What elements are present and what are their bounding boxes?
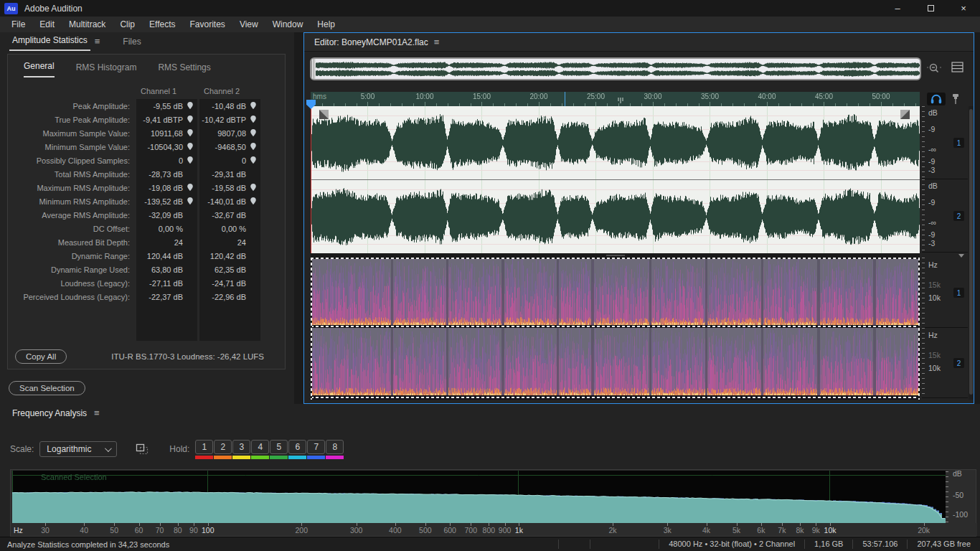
- close-button[interactable]: ×: [947, 0, 980, 17]
- zoom-navigate-icon[interactable]: [927, 62, 941, 75]
- subtab-general[interactable]: General: [24, 61, 55, 77]
- hold-button-1[interactable]: 1: [195, 440, 213, 459]
- subtab-rms-histogram[interactable]: RMS Histogram: [76, 62, 137, 77]
- menu-window[interactable]: Window: [265, 19, 311, 29]
- scale-label: 10k: [928, 364, 941, 372]
- timeline-ruler[interactable]: hms 5:0010:0015:0020:0025:0030:0035:0040…: [311, 92, 920, 106]
- scale-label: -∞: [928, 145, 936, 154]
- stat-value-text: 0: [179, 156, 183, 165]
- overview-left-handle[interactable]: [311, 59, 316, 79]
- tab-files[interactable]: Files: [120, 37, 143, 51]
- stat-value-text: 9807,08: [217, 129, 246, 138]
- copy-all-button[interactable]: Copy All: [15, 349, 67, 364]
- menu-favorites[interactable]: Favorites: [183, 19, 232, 29]
- overview-waveform-canvas[interactable]: [313, 60, 920, 80]
- tab-amplitude-statistics[interactable]: Amplitude Statistics: [9, 35, 90, 51]
- playhead-line: [311, 106, 311, 253]
- maximize-button[interactable]: [914, 0, 947, 17]
- hold-button-4[interactable]: 4: [251, 440, 269, 459]
- waveform-display[interactable]: [311, 106, 920, 253]
- stat-value-text: -28,73 dB: [149, 170, 183, 179]
- menu-effects[interactable]: Effects: [142, 19, 182, 29]
- tab-frequency-analysis[interactable]: Frequency Analysis: [9, 408, 90, 423]
- spectrogram-canvas-ch2[interactable]: [311, 328, 920, 395]
- minimize-button[interactable]: –: [881, 0, 914, 17]
- locate-pin-icon[interactable]: [250, 156, 256, 164]
- hold-button-2[interactable]: 2: [214, 440, 232, 459]
- status-duration: 53:57.106: [852, 540, 907, 549]
- waveform-overview-strip[interactable]: [310, 57, 921, 80]
- channel-list-icon[interactable]: [951, 62, 964, 73]
- hold-button-face[interactable]: 8: [326, 440, 344, 454]
- hold-button-3[interactable]: 3: [232, 440, 250, 459]
- stat-value-ch1: -27,11 dB: [136, 276, 197, 290]
- hold-button-6[interactable]: 6: [288, 440, 306, 459]
- locate-pin-icon[interactable]: [187, 129, 193, 136]
- frequency-plot-canvas[interactable]: [12, 471, 946, 524]
- scale-select[interactable]: Logarithmic: [39, 441, 117, 457]
- channel-badge[interactable]: 2: [953, 358, 964, 368]
- channel-badge[interactable]: 2: [953, 211, 964, 221]
- locate-pin-icon[interactable]: [187, 184, 193, 191]
- spectrogram-canvas-ch1[interactable]: [311, 259, 920, 325]
- spectral-display[interactable]: [311, 258, 920, 400]
- hold-button-7[interactable]: 7: [307, 440, 325, 459]
- monitor-headphones-icon[interactable]: [927, 93, 946, 105]
- subtab-rms-settings[interactable]: RMS Settings: [158, 62, 210, 77]
- copy-graph-icon[interactable]: [136, 443, 149, 456]
- x-axis-label: 2k: [608, 526, 616, 534]
- hold-button-face[interactable]: 5: [270, 440, 288, 454]
- table-filler-row: [14, 303, 285, 341]
- hold-button-5[interactable]: 5: [270, 440, 288, 459]
- locate-pin-icon[interactable]: [187, 156, 193, 164]
- stat-value-text: -10,42 dBTP: [202, 116, 246, 124]
- selection-handle-right[interactable]: [900, 110, 910, 119]
- locate-pin-icon[interactable]: [250, 116, 256, 123]
- menu-view[interactable]: View: [232, 19, 265, 29]
- locate-pin-icon[interactable]: [250, 129, 256, 136]
- menu-edit[interactable]: Edit: [32, 19, 62, 29]
- x-axis-label: 20k: [918, 526, 930, 534]
- menu-clip[interactable]: Clip: [113, 19, 142, 29]
- locate-pin-icon[interactable]: [250, 197, 256, 204]
- hold-button-8[interactable]: 8: [326, 440, 344, 459]
- menu-file[interactable]: File: [4, 19, 32, 29]
- hold-button-face[interactable]: 1: [195, 440, 213, 454]
- frequency-scale: Hz15k10k1Hz15k10k2: [922, 258, 968, 400]
- locate-pin-icon[interactable]: [250, 184, 256, 191]
- hold-button-face[interactable]: 7: [307, 440, 325, 454]
- hold-button-face[interactable]: 4: [251, 440, 269, 454]
- x-axis-label: 90: [189, 526, 198, 534]
- stat-value-text: 10911,68: [151, 129, 183, 138]
- stat-label: Loudness (Legacy):: [14, 279, 134, 288]
- locate-pin-icon[interactable]: [187, 116, 193, 123]
- scrollbar-thumb[interactable]: [969, 109, 973, 395]
- locate-pin-icon[interactable]: [187, 102, 193, 109]
- stat-value-text: 24: [174, 238, 183, 247]
- maximize-icon: [928, 5, 934, 11]
- menu-multitrack[interactable]: Multitrack: [62, 19, 113, 29]
- channel-badge[interactable]: 1: [953, 138, 964, 148]
- x-axis-label: 400: [389, 526, 402, 534]
- editor-vertical-scrollbar[interactable]: [969, 106, 974, 400]
- locate-pin-icon[interactable]: [187, 197, 193, 204]
- app-window: Au Adobe Audition – × FileEditMultitrack…: [0, 0, 980, 551]
- channel-badge[interactable]: 1: [953, 288, 964, 298]
- locate-pin-icon[interactable]: [250, 102, 256, 109]
- x-axis-label: 300: [350, 526, 363, 534]
- editor-panel-menu-icon[interactable]: ≡: [428, 37, 446, 47]
- panel-menu-icon[interactable]: ≡: [90, 36, 108, 51]
- frequency-panel-menu-icon[interactable]: ≡: [90, 408, 107, 423]
- hold-button-face[interactable]: 3: [232, 440, 250, 454]
- locate-pin-icon[interactable]: [250, 143, 256, 150]
- editor-tab[interactable]: Editor: BoneyMCMP01A2.flac: [314, 37, 428, 47]
- hold-button-face[interactable]: 2: [214, 440, 232, 454]
- hold-button-face[interactable]: 6: [288, 440, 306, 454]
- scan-selection-button[interactable]: Scan Selection: [9, 381, 85, 395]
- pin-icon[interactable]: [951, 93, 960, 105]
- menu-help[interactable]: Help: [310, 19, 342, 29]
- frequency-plot[interactable]: Scanned Selection dB-50-100 Hz 304050607…: [10, 469, 976, 537]
- selection-handle-left[interactable]: [319, 110, 329, 119]
- scale-tick-marks: [922, 328, 925, 397]
- locate-pin-icon[interactable]: [187, 143, 193, 150]
